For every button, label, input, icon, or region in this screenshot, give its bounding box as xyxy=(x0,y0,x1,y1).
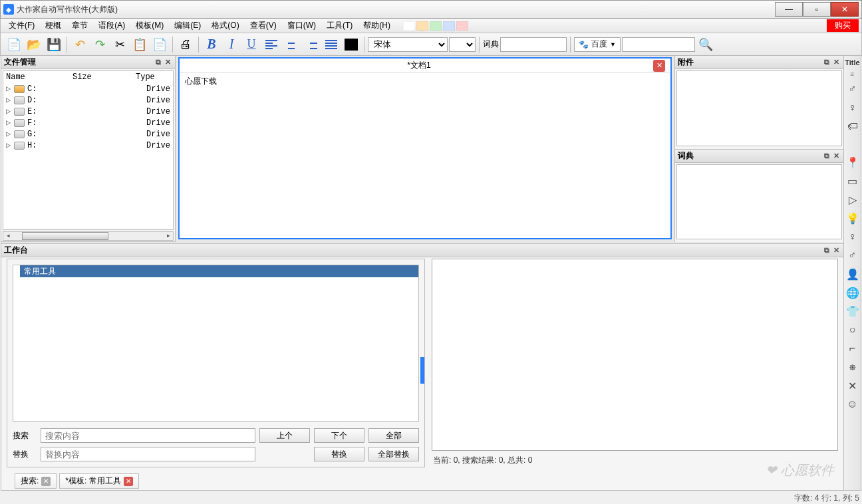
new-file-icon[interactable]: 📄 xyxy=(5,35,23,54)
undo-icon[interactable]: ↶ xyxy=(71,35,89,54)
menu-bar: 文件(F) 梗概 章节 语段(A) 模板(M) 编辑(E) 格式(O) 查看(V… xyxy=(0,19,862,33)
minimize-button[interactable]: — xyxy=(775,2,803,17)
menu-file[interactable]: 文件(F) xyxy=(3,19,40,33)
color-green[interactable] xyxy=(430,21,442,31)
align-justify-icon[interactable] xyxy=(322,35,341,54)
color-picker-icon[interactable] xyxy=(342,35,360,54)
menu-outline[interactable]: 梗概 xyxy=(40,19,67,33)
web-search-input[interactable] xyxy=(622,37,695,52)
search-engine-select[interactable]: 🐾百度▼ xyxy=(574,37,621,52)
menu-paragraph[interactable]: 语段(A) xyxy=(93,19,130,33)
save-icon[interactable]: 💾 xyxy=(45,35,63,54)
buy-button[interactable]: 购买 xyxy=(827,19,859,32)
copy-icon[interactable]: 📋 xyxy=(130,35,149,54)
search-icon[interactable]: 🔍 xyxy=(696,35,715,54)
underline-icon[interactable]: U xyxy=(242,35,261,54)
color-pink[interactable] xyxy=(456,21,468,31)
menu-format[interactable]: 格式(O) xyxy=(206,19,244,33)
menu-view[interactable]: 查看(V) xyxy=(245,19,282,33)
bold-icon[interactable]: B xyxy=(202,35,221,54)
font-select[interactable]: 宋体 xyxy=(368,37,448,52)
italic-icon[interactable]: I xyxy=(222,35,241,54)
color-white[interactable] xyxy=(403,21,415,31)
app-icon: ◆ xyxy=(3,4,14,15)
color-blue[interactable] xyxy=(443,21,455,31)
menu-tools[interactable]: 工具(T) xyxy=(321,19,358,33)
redo-icon[interactable]: ↷ xyxy=(90,35,109,54)
print-icon[interactable]: 🖨 xyxy=(176,35,195,54)
toolbar: 📄 📂 💾 ↶ ↷ ✂ 📋 📄 🖨 B I U 宋体 词典 🐾百度▼ 🔍 xyxy=(0,33,862,56)
menu-template[interactable]: 模板(M) xyxy=(130,19,169,33)
menu-edit[interactable]: 编辑(E) xyxy=(169,19,206,33)
dict-input[interactable] xyxy=(500,37,567,52)
search-engine-label: 百度 xyxy=(591,39,607,50)
close-button[interactable]: ✕ xyxy=(831,2,859,17)
align-center-icon[interactable] xyxy=(282,35,301,54)
open-file-icon[interactable]: 📂 xyxy=(25,35,43,54)
window-title: 大作家自动写作软件(大师版) xyxy=(17,4,775,15)
menu-help[interactable]: 帮助(H) xyxy=(358,19,396,33)
cut-icon[interactable]: ✂ xyxy=(110,35,129,54)
align-right-icon[interactable] xyxy=(302,35,321,54)
menu-chapter[interactable]: 章节 xyxy=(67,19,93,33)
menu-window[interactable]: 窗口(W) xyxy=(282,19,321,33)
color-peach[interactable] xyxy=(416,21,428,31)
paste-icon[interactable]: 📄 xyxy=(150,35,169,54)
title-bar: ◆ 大作家自动写作软件(大师版) — ▫ ✕ xyxy=(0,0,862,19)
dict-label: 词典 xyxy=(483,39,499,50)
font-size-select[interactable] xyxy=(449,37,476,52)
align-left-icon[interactable] xyxy=(262,35,281,54)
maximize-button[interactable]: ▫ xyxy=(803,2,831,17)
